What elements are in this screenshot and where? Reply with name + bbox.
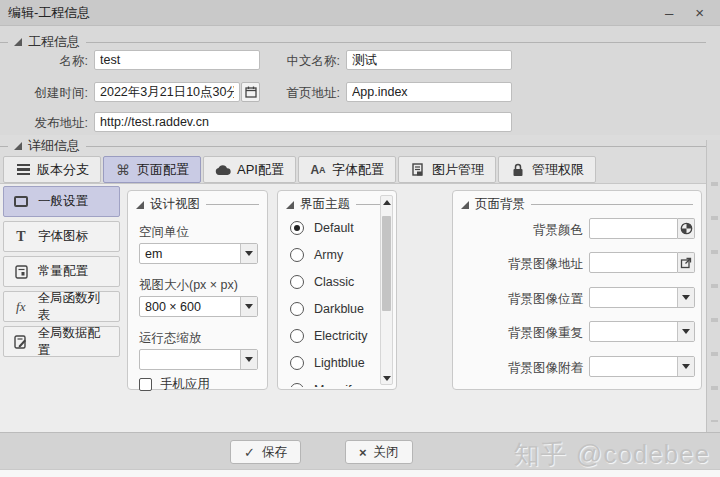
- home-input[interactable]: [346, 82, 512, 102]
- scrollbar-thumb[interactable]: [382, 216, 391, 311]
- screen-icon: [12, 196, 30, 207]
- command-icon: ⌘: [115, 162, 131, 178]
- divider: [86, 42, 706, 43]
- design-view-panel: 设计视图 空间单位 em 视图大小(px × px) 800 × 600 运行态…: [127, 190, 268, 390]
- publish-input[interactable]: [94, 112, 512, 132]
- sidebar-item-general-settings[interactable]: 一般设置: [3, 186, 120, 217]
- radio-unselected[interactable]: [290, 248, 304, 262]
- section-title: 详细信息: [28, 137, 80, 155]
- checkbox-unchecked[interactable]: [139, 378, 152, 391]
- runtime-scale-label: 运行态缩放: [139, 330, 202, 347]
- tab-api-config[interactable]: API配置: [203, 156, 296, 183]
- radio-selected[interactable]: [290, 221, 304, 235]
- theme-option-electricity[interactable]: Electricity: [290, 329, 367, 343]
- open-external-icon[interactable]: [678, 252, 695, 273]
- name-label: 名称:: [0, 53, 88, 70]
- page-background-panel: 页面背景 背景颜色: [452, 190, 702, 390]
- theme-scrollbar[interactable]: [380, 195, 393, 385]
- bg-attachment-select[interactable]: [589, 356, 695, 377]
- tab-font-config[interactable]: AA 字体配置: [298, 156, 396, 183]
- scroll-up-icon[interactable]: [381, 196, 392, 208]
- bg-color-label: 背景颜色: [487, 222, 583, 239]
- page-background-header: 页面背景: [453, 191, 701, 213]
- save-button[interactable]: ✓ 保存: [230, 440, 301, 464]
- bg-position-select[interactable]: [589, 287, 695, 308]
- theme-option-lightblue[interactable]: Lightblue: [290, 356, 365, 370]
- bg-repeat-select[interactable]: [589, 321, 695, 342]
- clipped-window-edge: [706, 140, 720, 432]
- detail-header: 详细信息: [0, 138, 720, 154]
- sidebar-item-global-data[interactable]: 全局数据配置: [3, 326, 120, 357]
- radio-unselected[interactable]: [290, 356, 304, 370]
- collapse-triangle-icon[interactable]: [14, 38, 22, 46]
- sidebar-item-global-functions[interactable]: fx 全局函数列表: [3, 291, 120, 322]
- tab-version-branch[interactable]: 版本分支: [3, 156, 101, 183]
- created-label: 创建时间:: [0, 85, 88, 102]
- window-controls: – ×: [665, 5, 712, 20]
- radio-unselected[interactable]: [290, 329, 304, 343]
- created-input[interactable]: [94, 82, 240, 102]
- publish-label: 发布地址:: [0, 115, 88, 132]
- section-title: 工程信息: [28, 33, 80, 51]
- watermark: 知乎 @codebee: [514, 437, 710, 472]
- minimize-button[interactable]: –: [665, 5, 673, 20]
- sidebar-item-font-icons[interactable]: T 字体图标: [3, 221, 120, 252]
- mobile-app-checkbox-row[interactable]: 手机应用: [139, 376, 210, 393]
- window-title: 编辑-工程信息: [8, 4, 90, 22]
- collapse-triangle-icon[interactable]: [136, 201, 144, 209]
- divider: [0, 146, 8, 147]
- tab-image-manage[interactable]: 图片管理: [398, 156, 496, 183]
- chevron-down-icon: [677, 357, 694, 376]
- chevron-down-icon: [240, 350, 257, 369]
- divider: [206, 204, 259, 205]
- scroll-down-icon[interactable]: [381, 372, 392, 384]
- runtime-scale-select[interactable]: [139, 349, 258, 370]
- radio-unselected[interactable]: [290, 383, 304, 387]
- space-unit-label: 空间单位: [139, 224, 189, 241]
- theme-option-moonify[interactable]: Moonify: [290, 383, 358, 387]
- bg-image-url-input[interactable]: [589, 252, 678, 273]
- bg-repeat-label: 背景图像重复: [487, 325, 583, 342]
- close-button[interactable]: ×: [695, 5, 704, 20]
- name-input[interactable]: [94, 50, 260, 70]
- space-unit-select[interactable]: em: [139, 243, 258, 264]
- view-size-select[interactable]: 800 × 600: [139, 296, 258, 317]
- cloud-icon: [215, 162, 231, 178]
- design-view-header: 设计视图: [128, 191, 267, 213]
- bg-position-label: 背景图像位置: [487, 291, 583, 308]
- theme-option-army[interactable]: Army: [290, 248, 343, 262]
- radio-unselected[interactable]: [290, 302, 304, 316]
- ui-theme-panel: 界面主题 Default Army Classic: [277, 190, 397, 390]
- collapse-triangle-icon[interactable]: [14, 142, 22, 150]
- data-doc-icon: [12, 335, 30, 349]
- collapse-triangle-icon[interactable]: [461, 201, 469, 209]
- color-wheel-icon[interactable]: [678, 218, 695, 239]
- mobile-app-label: 手机应用: [160, 376, 210, 393]
- chevron-down-icon: [240, 244, 257, 263]
- theme-option-classic[interactable]: Classic: [290, 275, 354, 289]
- sidebar-item-constants[interactable]: 常量配置: [3, 256, 120, 287]
- cn-name-input[interactable]: [346, 50, 512, 70]
- bg-image-url-field: [589, 252, 695, 273]
- divider: [0, 42, 8, 43]
- collapse-triangle-icon[interactable]: [286, 201, 294, 209]
- title-bar: 编辑-工程信息 – ×: [0, 0, 720, 26]
- close-dialog-button[interactable]: × 关闭: [345, 440, 413, 464]
- x-icon: ×: [359, 445, 367, 460]
- edit-project-dialog: 编辑-工程信息 – × 工程信息 名称: 中文名称: 创建时间: 首页地址:: [0, 0, 720, 477]
- cn-name-label: 中文名称:: [252, 53, 340, 70]
- lock-icon: [510, 162, 526, 178]
- chevron-down-icon: [677, 322, 694, 341]
- bg-color-field: [589, 218, 695, 239]
- tab-manage-permission[interactable]: 管理权限: [498, 156, 596, 183]
- theme-option-default[interactable]: Default: [290, 221, 354, 235]
- bg-color-input[interactable]: [589, 218, 678, 239]
- chevron-down-icon: [677, 288, 694, 307]
- tab-page-config[interactable]: ⌘ 页面配置: [103, 156, 201, 183]
- scrollbar-track[interactable]: [381, 208, 392, 372]
- home-label: 首页地址:: [252, 85, 340, 102]
- radio-unselected[interactable]: [290, 275, 304, 289]
- theme-option-darkblue[interactable]: Darkblue: [290, 302, 364, 316]
- check-icon: ✓: [244, 445, 255, 460]
- font-t-icon: T: [12, 229, 30, 245]
